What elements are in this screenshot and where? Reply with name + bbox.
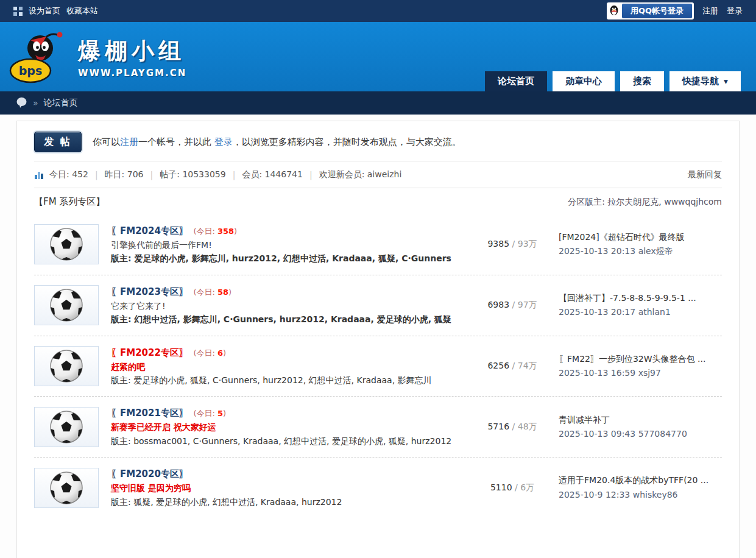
breadcrumb-separator: » xyxy=(33,98,38,108)
login-inline-link[interactable]: 登录 xyxy=(214,136,233,147)
soccer-ball-icon xyxy=(49,349,83,383)
forum-lastpost: 〖FM22〗一步到位32W头像整合包 ... 2025-10-13 16:59 … xyxy=(559,352,722,380)
register-link[interactable]: 注册 xyxy=(702,5,718,16)
qq-login-widget[interactable]: 用QQ帐号登录 xyxy=(607,2,694,19)
site-logo[interactable]: bps 爆棚小组 WWW.PLAYGM.CN xyxy=(9,28,186,87)
lastpost-user-link[interactable]: whiskey86 xyxy=(633,490,678,500)
lastpost-user-link[interactable]: athlan1 xyxy=(638,307,671,317)
forum-lastpost: [FM2024]《超钻石时代》最终版 2025-10-13 20:13 alex… xyxy=(559,230,722,258)
notice-fragment: 一个帐号，并以此 xyxy=(138,136,214,147)
forum-thread-post-counts: 5110 / 6万 xyxy=(478,482,546,493)
forum-today-count: (今日: 6) xyxy=(193,348,226,358)
set-homepage-link[interactable]: 设为首页 xyxy=(29,5,60,16)
tab-label: 搜索 xyxy=(633,76,651,87)
section-moderator-links[interactable]: 拉尔夫朗尼克, wwwqqjhcom xyxy=(607,197,722,207)
main-nav: 论坛首页 勋章中心 搜索 快捷导航▼ xyxy=(485,71,741,91)
forum-description: 引擎换代前的最后一作FM! xyxy=(111,238,462,252)
bookmark-link[interactable]: 收藏本站 xyxy=(66,5,98,16)
lastpost-time: 2025-10-13 09:43 xyxy=(559,429,635,439)
login-link[interactable]: 登录 xyxy=(727,5,743,16)
forum-row-fm2020: 〖FM2020专区〗 坚守旧版 是因为穷吗 版主: 狐疑, 爱足球的小虎, 幻想… xyxy=(34,457,722,518)
forum-icon[interactable] xyxy=(34,346,99,386)
forum-today-count: (今日: 58) xyxy=(193,288,231,297)
lastpost-time: 2025-10-9 12:33 xyxy=(559,490,630,500)
lastpost-user-link[interactable]: 577084770 xyxy=(638,429,687,439)
soccer-ball-icon xyxy=(49,471,83,505)
stat-separator: | xyxy=(226,170,242,180)
lastpost-title-link[interactable]: 【回潜补丁】-7.5-8-8.5-9-9.5-1 ... xyxy=(559,291,722,305)
tab-search[interactable]: 搜索 xyxy=(620,71,664,91)
forum-icon[interactable] xyxy=(34,285,99,325)
bar-chart-icon xyxy=(34,170,44,180)
soccer-ball-icon xyxy=(49,288,83,322)
chevron-down-icon: ▼ xyxy=(724,79,728,85)
notice-row: 发 帖 你可以注册一个帐号，并以此 登录，以浏览更多精彩内容，并随时发布观点，与… xyxy=(34,121,722,162)
moderator-links[interactable]: bossmac001, C·Gunners, Kradaaa, 幻想中过活, 爱… xyxy=(133,436,451,446)
section-moderators: 分区版主: 拉尔夫朗尼克, wwwqqjhcom xyxy=(568,197,722,208)
forum-lastpost: 适用于FM20.4版本的战术byTFF(20 ... 2025-10-9 12:… xyxy=(559,473,722,501)
soccer-ball-icon xyxy=(49,410,83,444)
forum-icon[interactable] xyxy=(34,407,99,447)
site-url: WWW.PLAYGM.CN xyxy=(78,68,186,79)
soccer-ball-icon xyxy=(49,227,83,261)
forum-description: 新赛季已经开启 祝大家好运 xyxy=(111,420,462,434)
page-background: 发 帖 你可以注册一个帐号，并以此 登录，以浏览更多精彩内容，并随时发布观点，与… xyxy=(0,115,756,558)
forum-info: 〖FM2022专区〗 (今日: 6) 赶紧的吧 版主: 爱足球的小虎, 狐疑, … xyxy=(111,345,466,387)
stat-newest-member[interactable]: 欢迎新会员: aiweizhi xyxy=(319,169,402,180)
top-utility-bar: 设为首页 收藏本站 用QQ帐号登录 注册 登录 xyxy=(0,0,756,22)
forum-icon[interactable] xyxy=(34,224,99,264)
lastpost-user-link[interactable]: xsj97 xyxy=(638,368,661,378)
forum-moderators: 版主: 狐疑, 爱足球的小虎, 幻想中过活, Kradaaa, hurz2012 xyxy=(111,495,462,509)
lastpost-time: 2025-10-13 20:17 xyxy=(559,307,635,317)
forum-index-card: 发 帖 你可以注册一个帐号，并以此 登录，以浏览更多精彩内容，并随时发布观点，与… xyxy=(16,121,740,558)
forum-moderators: 版主: 幻想中过活, 影舞忘川, C·Gunners, hurz2012, Kr… xyxy=(111,313,462,326)
forum-title-link[interactable]: 〖FM2023专区〗 xyxy=(111,286,188,297)
lastpost-title-link[interactable]: 适用于FM20.4版本的战术byTFF(20 ... xyxy=(559,473,722,487)
section-header: 【FM 系列专区】 分区版主: 拉尔夫朗尼克, wwwqqjhcom xyxy=(34,188,722,214)
tab-label: 快捷导航 xyxy=(682,76,719,87)
new-post-button[interactable]: 发 帖 xyxy=(34,132,82,152)
stat-separator: | xyxy=(303,170,319,180)
forum-today-count: (今日: 5) xyxy=(193,409,226,418)
forum-moderators: 版主: bossmac001, C·Gunners, Kradaaa, 幻想中过… xyxy=(111,434,462,448)
notice-fragment: 你可以 xyxy=(93,136,120,147)
home-grid-icon xyxy=(13,7,23,16)
site-header: bps 爆棚小组 WWW.PLAYGM.CN 论坛首页 勋章中心 搜索 快捷导航… xyxy=(0,22,756,91)
forum-title-link[interactable]: 〖FM2024专区〗 xyxy=(111,225,188,236)
forum-title-link[interactable]: 〖FM2020专区〗 xyxy=(111,468,188,479)
qq-login-button[interactable]: 用QQ帐号登录 xyxy=(622,4,692,18)
tab-forum-home[interactable]: 论坛首页 xyxy=(485,71,547,91)
tab-medal-center[interactable]: 勋章中心 xyxy=(553,71,615,91)
forum-lastpost: 青训减半补丁 2025-10-13 09:43 577084770 xyxy=(559,413,722,441)
forum-icon[interactable] xyxy=(34,468,99,508)
section-title[interactable]: 【FM 系列专区】 xyxy=(34,196,105,208)
forum-info: 〖FM2023专区〗 (今日: 58) 它来了它来了! 版主: 幻想中过活, 影… xyxy=(111,284,466,327)
stat-separator: | xyxy=(88,170,105,180)
notice-fragment: ，以浏览更多精彩内容，并随时发布观点，与大家交流。 xyxy=(233,136,461,147)
lastpost-user-link[interactable]: alex煜帝 xyxy=(638,246,673,256)
forum-thread-post-counts: 6983 / 97万 xyxy=(478,300,546,311)
lastpost-title-link[interactable]: [FM2024]《超钻石时代》最终版 xyxy=(559,230,722,244)
site-name: 爆棚小组 xyxy=(78,36,186,66)
forum-description: 赶紧的吧 xyxy=(111,360,462,373)
forum-title-link[interactable]: 〖FM2022专区〗 xyxy=(111,347,188,358)
tab-quick-nav[interactable]: 快捷导航▼ xyxy=(669,71,741,91)
qq-icon xyxy=(609,5,620,18)
moderator-links[interactable]: 爱足球的小虎, 狐疑, C·Gunners, hurz2012, 幻想中过活, … xyxy=(133,375,431,385)
moderator-links[interactable]: 狐疑, 爱足球的小虎, 幻想中过活, Kradaaa, hurz2012 xyxy=(133,497,342,507)
forum-info: 〖FM2020专区〗 坚守旧版 是因为穷吗 版主: 狐疑, 爱足球的小虎, 幻想… xyxy=(111,467,466,509)
breadcrumb-forum-home[interactable]: 论坛首页 xyxy=(44,97,78,108)
moderator-links[interactable]: 幻想中过活, 影舞忘川, C·Gunners, hurz2012, Kradaa… xyxy=(134,314,451,324)
forum-row-fm2023: 〖FM2023专区〗 (今日: 58) 它来了它来了! 版主: 幻想中过活, 影… xyxy=(34,275,722,336)
lastpost-title-link[interactable]: 青训减半补丁 xyxy=(559,413,722,427)
register-inline-link[interactable]: 注册 xyxy=(120,136,138,147)
moderator-links[interactable]: 爱足球的小虎, 影舞忘川, hurz2012, 幻想中过活, Kradaaa, … xyxy=(134,253,451,263)
forum-thread-post-counts: 6256 / 74万 xyxy=(478,361,546,372)
lastpost-time: 2025-10-13 20:13 xyxy=(559,246,635,256)
forum-today-count: (今日: 358) xyxy=(193,227,237,236)
forum-info: 〖FM2021专区〗 (今日: 5) 新赛季已经开启 祝大家好运 版主: bos… xyxy=(111,406,466,448)
lastpost-title-link[interactable]: 〖FM22〗一步到位32W头像整合包 ... xyxy=(559,352,722,366)
section-mods-label: 分区版主: xyxy=(568,197,607,207)
latest-reply-link[interactable]: 最新回复 xyxy=(688,169,722,180)
forum-title-link[interactable]: 〖FM2021专区〗 xyxy=(111,408,188,418)
